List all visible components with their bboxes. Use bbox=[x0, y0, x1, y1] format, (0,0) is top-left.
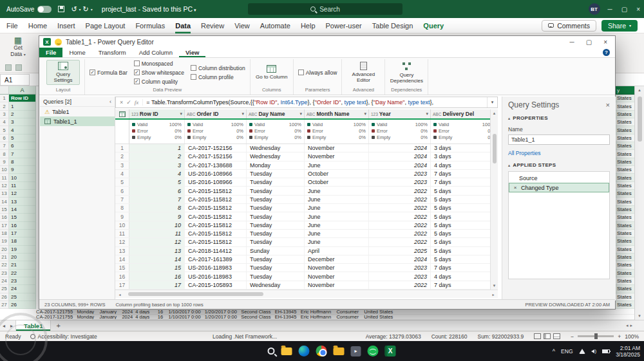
row-number[interactable]: 12 bbox=[115, 238, 129, 246]
cell[interactable]: 4 days bbox=[431, 162, 498, 169]
cell[interactable]: 2022 bbox=[369, 212, 431, 220]
cell[interactable]: CA-2017-152156 bbox=[185, 153, 247, 160]
excel-horizontal-scrollbar[interactable]: ◂ ▸ bbox=[626, 323, 644, 328]
cell[interactable]: 5 days bbox=[431, 204, 498, 212]
row-header-21[interactable]: 21 bbox=[0, 254, 9, 261]
pq-tab-view[interactable]: View bbox=[179, 48, 205, 57]
cell-a17[interactable]: 16 bbox=[9, 222, 36, 230]
row-header-20[interactable]: 20 bbox=[0, 246, 9, 254]
column-header-year[interactable]: 123Year▾ bbox=[369, 109, 431, 118]
right-cell-1[interactable]: States bbox=[616, 95, 634, 102]
cell[interactable]: 2022 bbox=[369, 238, 431, 246]
row-header-8[interactable]: 8 bbox=[0, 150, 9, 158]
cell[interactable]: Tuesday bbox=[247, 187, 305, 194]
row-number[interactable]: 3 bbox=[115, 162, 129, 169]
cell-a11[interactable]: 10 bbox=[9, 174, 36, 181]
cell[interactable]: December bbox=[305, 255, 369, 263]
cell[interactable]: June bbox=[305, 204, 369, 212]
checkbox-formula-bar[interactable]: ✓Formula Bar bbox=[90, 68, 128, 77]
properties-section-header[interactable]: ▴ PROPERTIES bbox=[508, 115, 610, 121]
zoom-slider[interactable] bbox=[578, 335, 614, 337]
row-number[interactable]: 14 bbox=[115, 255, 129, 263]
cell-a7[interactable]: 6 bbox=[9, 142, 36, 150]
row-number[interactable]: 4 bbox=[115, 170, 129, 178]
row-number[interactable]: 8 bbox=[115, 204, 129, 212]
cell[interactable]: 12 bbox=[129, 238, 185, 246]
cell[interactable]: Wednesday bbox=[247, 281, 305, 289]
cell[interactable]: 5 bbox=[129, 178, 185, 186]
cell[interactable]: 2024 bbox=[369, 153, 431, 160]
cell[interactable]: CA-2018-114412 bbox=[185, 247, 247, 255]
row-header-23[interactable]: 23 bbox=[0, 270, 9, 277]
row-header-19[interactable]: 19 bbox=[0, 237, 9, 245]
row-number[interactable]: 6 bbox=[115, 187, 129, 194]
query-name-input[interactable]: Table1_1 bbox=[508, 134, 610, 145]
row-number[interactable]: 7 bbox=[115, 196, 129, 203]
select-all-corner[interactable] bbox=[115, 109, 129, 118]
scrollbar-thumb[interactable] bbox=[638, 97, 642, 142]
cell[interactable]: 4 days bbox=[431, 272, 498, 280]
right-cell-22[interactable]: States bbox=[616, 261, 634, 269]
applied-step-source[interactable]: Source bbox=[509, 173, 609, 183]
right-cell-20[interactable]: States bbox=[616, 246, 634, 254]
cell-a19[interactable]: 18 bbox=[9, 237, 36, 245]
row-header-10[interactable]: 10 bbox=[0, 166, 9, 174]
cell[interactable]: 2024 bbox=[369, 144, 431, 152]
normal-view-icon[interactable] bbox=[534, 333, 541, 339]
cell[interactable]: CA-2015-115812 bbox=[185, 187, 247, 194]
share-button[interactable]: Share ▾ bbox=[601, 20, 638, 32]
right-cell-5[interactable]: States bbox=[616, 126, 634, 134]
right-cell-23[interactable]: States bbox=[616, 270, 634, 277]
autosave-toggle[interactable]: AutoSave bbox=[6, 6, 52, 13]
cell[interactable]: 15 bbox=[129, 264, 185, 272]
menu-tab-insert[interactable]: Insert bbox=[57, 18, 75, 33]
background-row[interactable]: CA-2017-121755 Monday January 2024 4 day… bbox=[36, 315, 634, 320]
cell-a18[interactable]: 17 bbox=[9, 230, 36, 237]
menu-tab-automate[interactable]: Automate bbox=[260, 18, 290, 33]
cell[interactable]: 3 days bbox=[431, 153, 498, 160]
cell[interactable]: Tuesday bbox=[247, 170, 305, 178]
right-cell-27[interactable]: States bbox=[616, 301, 634, 309]
redo-menu-icon[interactable]: ▾ bbox=[91, 7, 93, 12]
row-header-25[interactable]: 25 bbox=[0, 285, 9, 293]
cell[interactable]: 7 bbox=[129, 196, 185, 203]
cell[interactable]: Tuesday bbox=[247, 264, 305, 272]
help-icon[interactable]: ? bbox=[603, 49, 610, 56]
cell[interactable]: 9 bbox=[129, 212, 185, 220]
cell-a24[interactable]: 23 bbox=[9, 277, 36, 285]
pq-tab-transform[interactable]: Transform bbox=[92, 48, 133, 57]
cell[interactable]: 1 bbox=[129, 144, 185, 152]
column-header-month-name[interactable]: ABCMonth Name▾ bbox=[305, 109, 369, 118]
cell-a26[interactable]: 25 bbox=[9, 293, 36, 301]
restore-button[interactable]: ▢ bbox=[621, 6, 627, 13]
right-cell-13[interactable]: States bbox=[616, 190, 634, 198]
checkbox-monospaced[interactable]: Monospaced bbox=[134, 59, 184, 68]
cell[interactable]: October bbox=[305, 170, 369, 178]
right-cell-7[interactable]: States bbox=[616, 142, 634, 150]
cell-a16[interactable]: 15 bbox=[9, 214, 36, 221]
zoom-in-button[interactable]: + bbox=[618, 333, 621, 340]
cell[interactable]: June bbox=[305, 162, 369, 169]
row-number[interactable]: 1 bbox=[115, 144, 129, 152]
cell-a22[interactable]: 21 bbox=[9, 261, 36, 269]
cell[interactable]: 5 days bbox=[431, 230, 498, 237]
commit-icon[interactable]: ✓ bbox=[126, 99, 131, 106]
get-data-button[interactable]: ▦ Get Data ▾ bbox=[3, 36, 33, 58]
row-number[interactable]: 2 bbox=[115, 153, 129, 160]
cell[interactable]: October bbox=[305, 178, 369, 186]
add-sheet-button[interactable]: + bbox=[51, 322, 65, 329]
cell[interactable]: June bbox=[305, 196, 369, 203]
accessibility-status[interactable]: Accessibility: Investigate bbox=[30, 333, 97, 340]
cell-a12[interactable]: 11 bbox=[9, 182, 36, 190]
cell[interactable]: 4 bbox=[129, 170, 185, 178]
all-properties-link[interactable]: All Properties bbox=[508, 150, 610, 156]
cell[interactable]: 14 bbox=[129, 255, 185, 263]
row-header-27[interactable]: 27 bbox=[0, 301, 9, 309]
row-header-17[interactable]: 17 bbox=[0, 222, 9, 230]
cell-a13[interactable]: 12 bbox=[9, 190, 36, 198]
save-icon[interactable] bbox=[58, 6, 64, 12]
undo-button[interactable]: ↺ bbox=[71, 5, 77, 14]
right-cell-2[interactable]: States bbox=[616, 102, 634, 110]
cell[interactable]: 2023 bbox=[369, 264, 431, 272]
right-cell-8[interactable]: States bbox=[616, 150, 634, 158]
